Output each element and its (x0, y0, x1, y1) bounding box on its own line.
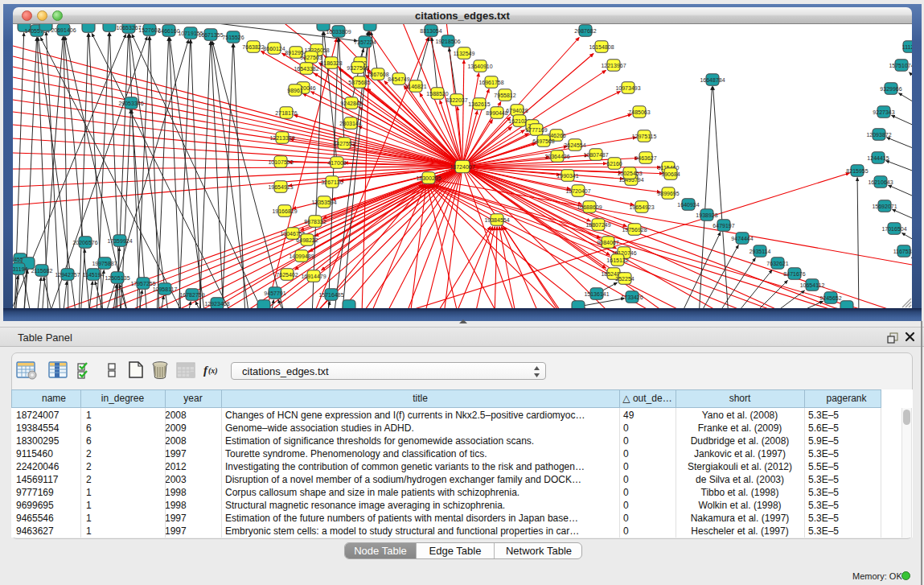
svg-text:7663822: 7663822 (242, 44, 264, 50)
svg-text:7357224: 7357224 (354, 39, 376, 45)
svg-text:2867608: 2867608 (367, 72, 388, 77)
svg-text:11125: 11125 (902, 44, 912, 50)
svg-text:1615132: 1615132 (606, 257, 628, 263)
svg-text:8427552: 8427552 (333, 141, 355, 146)
svg-text:12942757: 12942757 (55, 272, 80, 278)
svg-text:10807487: 10807487 (583, 152, 608, 158)
svg-text:1167533: 1167533 (893, 249, 912, 254)
svg-text:331194: 331194 (13, 266, 28, 272)
svg-text:3624554: 3624554 (564, 142, 585, 148)
svg-text:19654913: 19654913 (268, 184, 293, 190)
svg-text:19654923: 19654923 (629, 204, 654, 210)
svg-text:17359924: 17359924 (107, 238, 132, 244)
svg-text:12213967: 12213967 (601, 63, 626, 68)
svg-text:15692071: 15692071 (872, 204, 897, 209)
svg-text:19384554: 19384554 (484, 217, 509, 223)
svg-text:16033809: 16033809 (326, 29, 351, 35)
svg-text:15136141: 15136141 (584, 291, 609, 297)
svg-text:1938928: 1938928 (696, 212, 717, 218)
svg-text:8990448: 8990448 (486, 110, 507, 116)
svg-text:1132549: 1132549 (454, 51, 475, 56)
svg-text:252254: 252254 (615, 276, 634, 282)
svg-text:16154808: 16154808 (589, 44, 614, 50)
svg-text:1588520: 1588520 (426, 91, 448, 97)
svg-text:1640934: 1640934 (677, 202, 699, 208)
svg-text:8322037: 8322037 (446, 97, 467, 103)
svg-text:16671355: 16671355 (198, 32, 223, 38)
svg-text:9329966: 9329966 (880, 86, 901, 92)
svg-text:6479197: 6479197 (713, 223, 734, 229)
svg-text:15716485: 15716485 (318, 292, 343, 298)
svg-text:2115682: 2115682 (31, 268, 53, 274)
svg-text:29053346: 29053346 (118, 101, 143, 106)
svg-text:10025453: 10025453 (617, 171, 642, 176)
svg-text:9227343: 9227343 (873, 109, 894, 115)
svg-text:10107553: 10107553 (268, 159, 293, 165)
svg-text:9327508: 9327508 (347, 65, 368, 71)
svg-text:9084067: 9084067 (597, 240, 618, 245)
svg-text:19756928: 19756928 (622, 227, 647, 233)
svg-text:20364436: 20364436 (544, 154, 569, 159)
svg-text:16210643: 16210643 (868, 179, 893, 185)
svg-text:2718176: 2718176 (275, 110, 297, 116)
svg-text:417008: 417008 (327, 160, 346, 166)
svg-text:9463627: 9463627 (634, 155, 656, 161)
svg-text:1990341: 1990341 (556, 173, 578, 179)
svg-text:12923468: 12923468 (204, 301, 229, 307)
svg-text:8454749: 8454749 (388, 76, 409, 82)
svg-text:15751074: 15751074 (889, 63, 912, 68)
svg-text:10654112: 10654112 (800, 282, 825, 288)
svg-text:7625402: 7625402 (276, 272, 298, 278)
svg-text:9899695: 9899695 (657, 191, 679, 196)
svg-text:8813054: 8813054 (420, 28, 441, 34)
svg-text:2087682: 2087682 (574, 28, 596, 34)
svg-text:6466160: 6466160 (158, 28, 179, 34)
svg-text:10958117: 10958117 (153, 286, 178, 292)
svg-text:7955812: 7955812 (494, 93, 515, 98)
svg-text:16543382: 16543382 (294, 66, 318, 72)
svg-text:8878332: 8878332 (304, 219, 326, 225)
svg-text:7485063: 7485063 (628, 109, 650, 115)
svg-text:8471676: 8471676 (783, 271, 805, 277)
svg-text:18807249: 18807249 (585, 222, 610, 228)
svg-text:12353594: 12353594 (311, 200, 336, 205)
svg-text:9327503: 9327503 (300, 55, 322, 60)
svg-text:19975887: 19975887 (92, 261, 117, 266)
svg-text:9457791: 9457791 (264, 290, 285, 296)
svg-text:8215955: 8215955 (846, 168, 868, 174)
svg-text:6497568: 6497568 (532, 138, 554, 144)
svg-text:990684: 990684 (661, 171, 680, 177)
svg-text:8186328: 8186328 (320, 60, 342, 66)
svg-text:1733426: 1733426 (621, 295, 643, 300)
svg-text:16961758: 16961758 (478, 80, 503, 85)
svg-text:12975115: 12975115 (632, 134, 657, 139)
svg-text:7632621: 7632621 (766, 261, 788, 266)
svg-text:9242848: 9242848 (340, 101, 362, 106)
svg-text:8660124: 8660124 (263, 46, 285, 51)
svg-text:9777169: 9777169 (525, 127, 547, 133)
svg-text:17016504: 17016504 (881, 226, 906, 232)
svg-text:6498222: 6498222 (296, 237, 318, 243)
svg-text:14099489: 14099489 (289, 253, 314, 259)
svg-text:19166829: 19166829 (272, 208, 297, 214)
svg-text:2803144: 2803144 (339, 121, 361, 126)
svg-text:15720407: 15720407 (565, 188, 590, 194)
svg-text:17957255: 17957255 (130, 281, 155, 286)
svg-text:(x): (x) (208, 366, 218, 376)
svg-text:18724007: 18724007 (450, 164, 474, 170)
svg-text:2935114: 2935114 (749, 249, 771, 254)
svg-text:20206576: 20206576 (72, 240, 97, 245)
svg-text:9146821: 9146821 (405, 84, 426, 89)
svg-text:1362615: 1362615 (468, 101, 490, 107)
svg-text:16914479: 16914479 (301, 274, 326, 279)
svg-text:9245652: 9245652 (819, 295, 841, 301)
svg-text:1244415: 1244415 (867, 155, 889, 161)
svg-text:12093872: 12093872 (866, 132, 891, 138)
svg-text:16648784: 16648784 (700, 77, 725, 83)
svg-text:6794028: 6794028 (506, 108, 528, 113)
svg-text:1145194: 1145194 (83, 272, 105, 278)
svg-text:3267130: 3267130 (321, 179, 343, 185)
svg-text:10688609: 10688609 (577, 204, 602, 210)
svg-text:20691406: 20691406 (51, 27, 76, 33)
svg-text:19218506: 19218506 (435, 39, 460, 44)
